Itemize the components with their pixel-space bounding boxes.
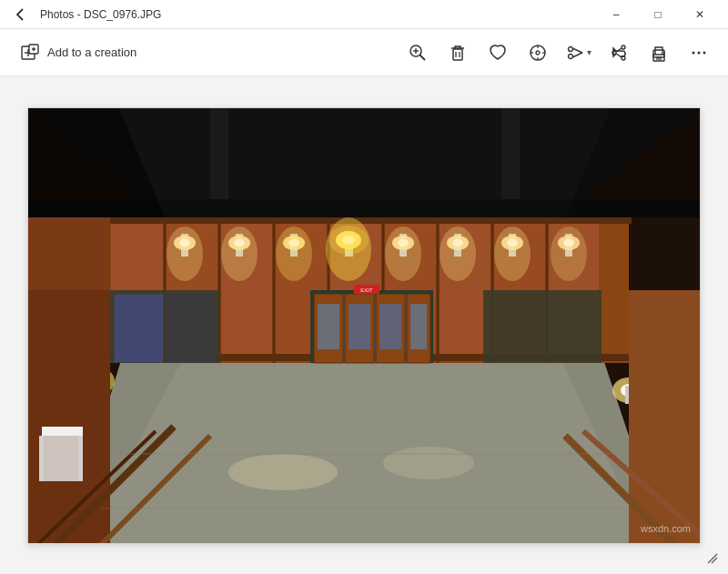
photo-image: EXIT (28, 108, 701, 544)
print-icon (649, 43, 669, 63)
title-bar: Photos - DSC_0976.JPG – □ ✕ (0, 0, 728, 29)
svg-line-7 (420, 55, 426, 60)
svg-line-21 (572, 48, 582, 53)
watermark: wsxdn.com (641, 523, 691, 534)
svg-point-36 (703, 51, 706, 54)
photo-viewer: EXIT (27, 107, 701, 544)
svg-rect-105 (349, 304, 370, 349)
heart-icon (488, 43, 508, 63)
svg-point-34 (693, 51, 695, 54)
svg-point-19 (569, 46, 573, 51)
svg-point-91 (326, 217, 371, 281)
share-icon (609, 43, 629, 63)
svg-rect-106 (379, 304, 401, 349)
minimize-button[interactable]: – (595, 0, 637, 29)
svg-text:EXIT: EXIT (360, 287, 373, 293)
svg-point-24 (622, 45, 625, 49)
svg-rect-104 (318, 304, 339, 349)
svg-rect-107 (410, 304, 427, 349)
svg-point-90 (276, 227, 312, 281)
scissors-icon (565, 43, 585, 63)
close-button[interactable]: ✕ (679, 0, 721, 29)
maximize-button[interactable]: □ (637, 0, 679, 29)
svg-point-94 (494, 227, 531, 281)
back-button[interactable] (7, 2, 33, 27)
svg-rect-114 (483, 290, 602, 363)
svg-point-93 (440, 227, 476, 281)
toolbar: Add to a creation (0, 29, 728, 76)
svg-point-20 (569, 54, 573, 58)
svg-rect-130 (78, 436, 83, 481)
svg-point-133 (383, 447, 474, 479)
print-button[interactable] (641, 35, 677, 71)
svg-point-132 (228, 454, 338, 490)
svg-rect-112 (166, 294, 216, 363)
resize-handle[interactable] (703, 549, 721, 567)
svg-point-89 (221, 227, 258, 281)
svg-rect-137 (210, 108, 228, 199)
main-content: EXIT (0, 76, 728, 574)
back-icon (11, 5, 29, 24)
delete-icon (448, 43, 468, 63)
toolbar-actions: ▾ (399, 35, 717, 71)
delete-button[interactable] (440, 35, 476, 71)
edit-button[interactable] (520, 35, 556, 71)
share-button[interactable] (601, 35, 637, 71)
more-icon (689, 43, 709, 63)
favorite-button[interactable] (480, 35, 516, 71)
add-to-creation-button[interactable]: Add to a creation (11, 37, 146, 68)
svg-point-14 (536, 51, 540, 55)
svg-rect-131 (42, 427, 83, 436)
dropdown-arrow: ▾ (587, 47, 592, 57)
svg-point-35 (698, 51, 701, 54)
zoom-in-button[interactable] (399, 35, 436, 71)
more-options-button[interactable] (681, 35, 717, 71)
resize-icon (704, 550, 719, 565)
svg-point-33 (663, 52, 665, 54)
svg-point-92 (385, 227, 421, 281)
svg-rect-10 (453, 49, 462, 60)
zoom-in-icon (408, 43, 428, 63)
window-title: Photos - DSC_0976.JPG (33, 8, 595, 21)
svg-point-25 (622, 56, 625, 60)
svg-rect-113 (115, 295, 163, 362)
window-controls: – □ ✕ (595, 0, 721, 29)
svg-line-22 (572, 53, 582, 57)
svg-rect-138 (501, 108, 520, 199)
add-creation-icon (20, 43, 40, 63)
add-creation-label: Add to a creation (47, 45, 136, 59)
edit-tools-button[interactable]: ▾ (560, 35, 597, 71)
svg-point-26 (612, 51, 616, 55)
svg-point-88 (167, 227, 203, 281)
svg-rect-129 (39, 436, 44, 481)
svg-point-95 (551, 227, 587, 281)
svg-rect-97 (310, 290, 314, 363)
svg-line-28 (616, 54, 622, 57)
edit-circle-icon (528, 43, 548, 63)
